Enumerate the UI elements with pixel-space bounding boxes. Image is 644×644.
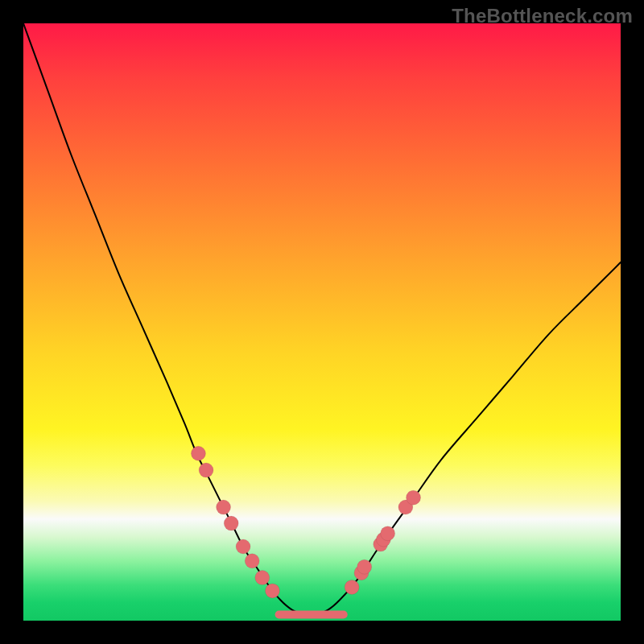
data-dot bbox=[191, 446, 205, 460]
data-dot bbox=[357, 559, 372, 574]
data-dot bbox=[217, 500, 231, 514]
plot-area bbox=[23, 23, 621, 621]
data-dot bbox=[265, 584, 279, 598]
watermark-label: TheBottleneck.com bbox=[452, 5, 633, 27]
data-dot bbox=[224, 516, 238, 530]
curve-svg bbox=[23, 23, 621, 621]
data-dot bbox=[245, 554, 259, 568]
data-dots bbox=[191, 446, 420, 598]
data-dot bbox=[199, 463, 213, 477]
data-dot bbox=[345, 580, 359, 594]
data-dot bbox=[236, 539, 250, 554]
data-dot bbox=[381, 526, 395, 541]
data-dot bbox=[407, 490, 421, 505]
bottleneck-curve bbox=[23, 23, 621, 615]
chart-frame: TheBottleneck.com bbox=[0, 0, 644, 644]
data-dot bbox=[255, 571, 270, 585]
